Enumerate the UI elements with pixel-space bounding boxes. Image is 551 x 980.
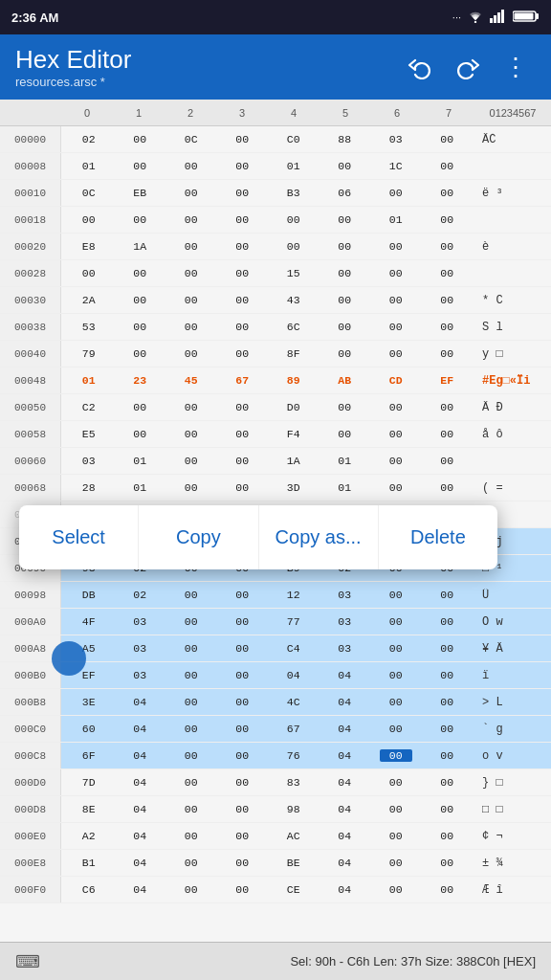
byte-cell[interactable]: 04 xyxy=(328,696,361,708)
byte-cell[interactable]: 0C xyxy=(73,187,105,199)
overflow-menu-button[interactable]: ⋮ xyxy=(496,51,536,83)
byte-cell[interactable]: 00 xyxy=(226,723,258,735)
byte-cell[interactable]: 12 xyxy=(277,589,310,601)
byte-cell[interactable]: 00 xyxy=(380,723,412,735)
byte-cell[interactable]: 03 xyxy=(328,615,361,628)
byte-cell[interactable]: 00 xyxy=(175,857,208,869)
byte-cell[interactable]: 88 xyxy=(328,133,361,145)
byte-cell[interactable]: 00 xyxy=(226,321,258,333)
byte-cell[interactable]: 04 xyxy=(123,883,156,896)
byte-cell[interactable]: 00 xyxy=(380,749,412,762)
byte-cell[interactable]: 00 xyxy=(175,401,208,413)
byte-cell[interactable]: 04 xyxy=(328,803,361,815)
byte-cell[interactable]: 00 xyxy=(226,883,258,896)
hex-row[interactable]: 00058 E5000000F4000000 å ô xyxy=(0,421,551,448)
byte-cell[interactable]: 04 xyxy=(328,749,361,762)
byte-cell[interactable]: 00 xyxy=(430,830,463,842)
byte-cell[interactable]: 00 xyxy=(175,213,208,226)
byte-cell[interactable]: 89 xyxy=(277,374,310,387)
hex-row[interactable]: 00010 0CEB0000B3060000 ë ³ xyxy=(0,180,551,207)
byte-cell[interactable]: 03 xyxy=(123,669,156,681)
hex-row[interactable]: 00060 030100001A010000 xyxy=(0,448,551,475)
byte-cell[interactable]: 03 xyxy=(123,642,156,655)
byte-cell[interactable]: 01 xyxy=(328,455,361,467)
byte-cell[interactable]: 00 xyxy=(380,803,412,815)
byte-cell[interactable]: 1A xyxy=(123,240,156,253)
byte-cell[interactable]: 04 xyxy=(277,669,310,681)
copy-as-button[interactable]: Copy as... xyxy=(259,505,379,569)
byte-cell[interactable]: 00 xyxy=(380,294,412,306)
byte-cell[interactable]: AB xyxy=(328,374,361,387)
byte-cell[interactable]: 00 xyxy=(328,428,361,440)
byte-cell[interactable]: 1A xyxy=(277,455,310,467)
byte-cell[interactable]: EB xyxy=(123,187,156,199)
byte-cell[interactable]: 03 xyxy=(73,455,105,467)
hex-row[interactable]: 00030 2A00000043000000 * C xyxy=(0,287,551,314)
byte-cell[interactable]: 00 xyxy=(226,240,258,253)
byte-cell[interactable]: AC xyxy=(277,830,310,842)
byte-cell[interactable]: 00 xyxy=(226,160,258,172)
byte-cell[interactable]: 00 xyxy=(226,615,258,628)
byte-cell[interactable]: 04 xyxy=(328,669,361,681)
byte-cell[interactable]: 00 xyxy=(226,857,258,869)
byte-cell[interactable]: 00 xyxy=(430,160,463,172)
byte-cell[interactable]: 00 xyxy=(430,723,463,735)
byte-cell[interactable]: 00 xyxy=(123,321,156,333)
byte-cell[interactable]: 00 xyxy=(226,696,258,708)
byte-cell[interactable]: 01 xyxy=(277,160,310,172)
byte-cell[interactable]: B1 xyxy=(73,857,105,869)
hex-row[interactable]: 00008 0100000001001C00 xyxy=(0,153,551,180)
byte-cell[interactable]: 04 xyxy=(123,696,156,708)
byte-cell[interactable]: 43 xyxy=(277,294,310,306)
keyboard-icon[interactable]: ⌨ xyxy=(15,951,40,972)
byte-cell[interactable]: 00 xyxy=(175,455,208,467)
byte-cell[interactable]: 00 xyxy=(226,213,258,226)
byte-cell[interactable]: 00 xyxy=(175,240,208,253)
byte-cell[interactable]: 00 xyxy=(380,830,412,842)
byte-cell[interactable]: 00 xyxy=(430,267,463,279)
byte-cell[interactable]: 02 xyxy=(123,589,156,601)
byte-cell[interactable]: 00 xyxy=(328,401,361,413)
byte-cell[interactable]: 00 xyxy=(430,883,463,896)
byte-cell[interactable]: 04 xyxy=(328,830,361,842)
byte-cell[interactable]: 01 xyxy=(328,481,361,494)
byte-cell[interactable]: 00 xyxy=(380,669,412,681)
byte-cell[interactable]: 00 xyxy=(430,347,463,360)
byte-cell[interactable]: 00 xyxy=(175,776,208,789)
byte-cell[interactable]: 00 xyxy=(226,187,258,199)
hex-row[interactable]: 000E8 B1040000BE040000 ± ¾ xyxy=(0,850,551,877)
byte-cell[interactable]: A2 xyxy=(73,830,105,842)
byte-cell[interactable]: 28 xyxy=(73,481,105,494)
byte-cell[interactable]: F4 xyxy=(277,428,310,440)
byte-cell[interactable]: E5 xyxy=(73,428,105,440)
byte-cell[interactable]: 04 xyxy=(123,776,156,789)
byte-cell[interactable]: 7D xyxy=(73,776,105,789)
byte-cell[interactable]: 01 xyxy=(73,160,105,172)
byte-cell[interactable]: B3 xyxy=(277,187,310,199)
byte-cell[interactable]: 00 xyxy=(123,401,156,413)
byte-cell[interactable]: 00 xyxy=(226,776,258,789)
byte-cell[interactable]: 00 xyxy=(175,696,208,708)
byte-cell[interactable]: 77 xyxy=(277,615,310,628)
byte-cell[interactable]: 00 xyxy=(380,187,412,199)
byte-cell[interactable]: 00 xyxy=(226,294,258,306)
byte-cell[interactable]: CE xyxy=(277,883,310,896)
byte-cell[interactable]: 04 xyxy=(328,776,361,789)
byte-cell[interactable]: 02 xyxy=(73,133,105,145)
byte-cell[interactable]: 3E xyxy=(73,696,105,708)
byte-cell[interactable]: 00 xyxy=(277,213,310,226)
byte-cell[interactable]: C2 xyxy=(73,401,105,413)
byte-cell[interactable]: 00 xyxy=(226,267,258,279)
byte-cell[interactable]: 00 xyxy=(123,133,156,145)
byte-cell[interactable]: 00 xyxy=(380,455,412,467)
byte-cell[interactable]: 00 xyxy=(430,133,463,145)
byte-cell[interactable]: 53 xyxy=(73,321,105,333)
undo-button[interactable] xyxy=(400,51,440,83)
byte-cell[interactable]: 00 xyxy=(175,481,208,494)
byte-cell[interactable]: 00 xyxy=(430,669,463,681)
byte-cell[interactable]: 00 xyxy=(430,803,463,815)
byte-cell[interactable]: 04 xyxy=(123,803,156,815)
hex-row[interactable]: 00020 E81A000000000000 è xyxy=(0,234,551,260)
byte-cell[interactable]: 00 xyxy=(380,481,412,494)
byte-cell[interactable]: 00 xyxy=(430,455,463,467)
